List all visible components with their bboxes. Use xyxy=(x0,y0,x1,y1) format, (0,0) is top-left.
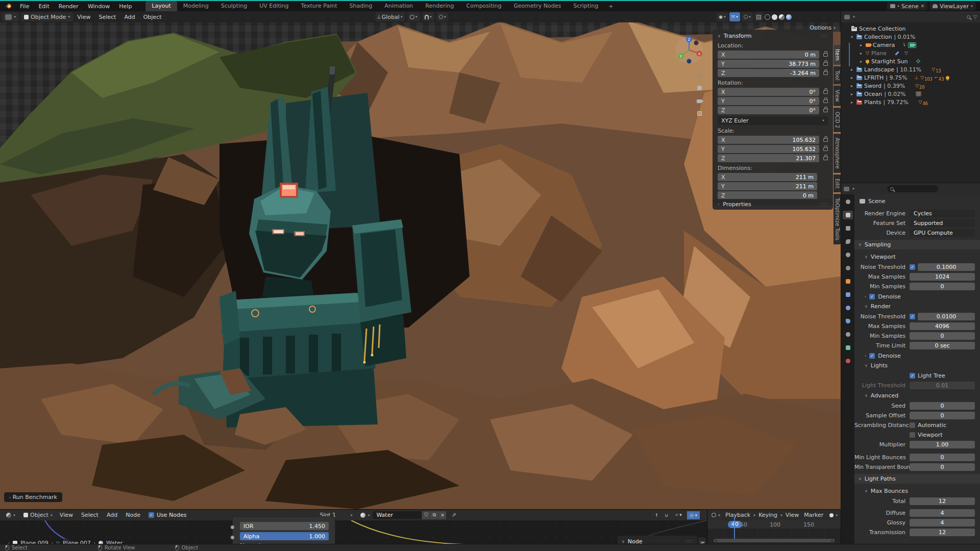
properties-collapsed-panel[interactable]: ›Properties:::: xyxy=(713,199,833,210)
menu-playback[interactable]: Playback xyxy=(723,512,752,518)
outliner-row-plane[interactable]: ▸▽ Plane ▽ xyxy=(844,49,980,57)
light-tree-checkbox[interactable] xyxy=(910,373,915,379)
location-y-field[interactable]: Y38.773 m xyxy=(718,60,819,68)
tab-object[interactable] xyxy=(843,277,853,286)
device-dropdown[interactable]: GPU Compute xyxy=(910,229,975,237)
auto-keyframe-button[interactable]: ▾ xyxy=(826,511,841,520)
tab-layout[interactable]: Layout xyxy=(145,1,177,11)
location-z-field[interactable]: Z-3.264 m xyxy=(718,69,819,77)
navigation-gizmo[interactable]: Z X Y xyxy=(674,35,704,65)
menu-marker[interactable]: Marker xyxy=(802,512,825,518)
playhead[interactable] xyxy=(734,518,735,539)
max-bounces-subsection-header[interactable]: ∨Max Bounces xyxy=(854,486,980,496)
max-samples-field[interactable]: 4096 xyxy=(910,322,975,330)
lock-icon[interactable] xyxy=(823,62,828,66)
outliner-row-collection[interactable]: ▾ Collection| 0.01% xyxy=(844,33,980,41)
time-limit-field[interactable]: 0 sec xyxy=(910,342,975,349)
tab-modeling[interactable]: Modeling xyxy=(177,1,215,11)
tab-physics[interactable] xyxy=(843,317,853,325)
tab-texture-paint[interactable]: Texture Paint xyxy=(295,1,344,11)
outliner-row-camera[interactable]: ▸ Camera ↴ xyxy=(844,41,980,49)
tab-material[interactable] xyxy=(843,357,853,365)
lock-icon[interactable] xyxy=(823,53,828,57)
tab-shading[interactable]: Shading xyxy=(344,1,379,11)
menu-node[interactable]: Node xyxy=(121,512,144,518)
node-canvas[interactable]: Color IOR1.450 Alpha1.000 Normal › Plane… xyxy=(0,520,707,544)
viewport-3d[interactable]: ▾ Object Mode▾ View Select Add Object ⟂ … xyxy=(0,11,841,509)
editor-type-button[interactable]: ▾ xyxy=(709,511,722,520)
rotation-z-field[interactable]: Z0° xyxy=(718,106,819,114)
principled-node-fragment[interactable]: IOR1.450 Alpha1.000 Normal xyxy=(232,516,335,544)
pin-icon[interactable]: ⇗ xyxy=(451,512,456,518)
diffuse-field[interactable]: 4 xyxy=(910,509,975,517)
drag-handle-icon[interactable]: :::: xyxy=(820,34,828,38)
rotation-mode-dropdown[interactable]: XYZ Euler▾ xyxy=(718,116,828,125)
path-object[interactable]: Plane.009 xyxy=(20,540,48,544)
snap-mode-dropdown[interactable]: ⌗ ▾ xyxy=(672,511,685,519)
close-icon[interactable]: ✕ xyxy=(921,4,925,9)
outliner-editor-icon[interactable] xyxy=(844,15,850,19)
noise-threshold-checkbox[interactable] xyxy=(910,314,915,319)
active-camera-badge[interactable] xyxy=(908,42,916,48)
shader-type-dropdown[interactable]: Object▾ xyxy=(20,511,56,520)
noise-threshold-field[interactable]: 0.0100 xyxy=(918,313,975,320)
ior-field[interactable]: IOR1.450 xyxy=(240,522,329,530)
tab-tool[interactable]: Tool xyxy=(834,66,841,84)
current-frame-badge[interactable]: 40 xyxy=(728,521,742,528)
outliner-row-starlight-sun[interactable]: ▸ Starlight Sun xyxy=(844,57,980,65)
unlink-icon[interactable]: ✕ xyxy=(438,511,446,519)
scene-selector[interactable]: ▾ Scene ✕ xyxy=(887,2,927,10)
sample-offset-field[interactable]: 0 xyxy=(910,412,975,419)
timeline-scrollbar[interactable] xyxy=(714,539,835,542)
total-field[interactable]: 12 xyxy=(910,497,975,505)
tab-constraints[interactable] xyxy=(843,330,853,339)
perspective-toggle[interactable] xyxy=(695,109,703,117)
overlay-toggle-dropdown[interactable]: ◎ ▾ xyxy=(687,511,700,519)
dimensions-z-field[interactable]: Z0 m xyxy=(718,191,817,199)
use-nodes-checkbox[interactable] xyxy=(149,512,154,518)
ior-socket[interactable] xyxy=(230,525,235,530)
tab-scripting[interactable]: Scripting xyxy=(567,1,604,11)
noise-threshold-field[interactable]: 0.1000 xyxy=(918,263,975,271)
mode-dropdown[interactable]: Object Mode▾ xyxy=(21,12,73,21)
parent-node-tree-icon[interactable]: ↑ xyxy=(652,511,660,519)
rotation-y-field[interactable]: Y0° xyxy=(718,97,819,105)
proportional-edit-toggle[interactable]: ▾ xyxy=(437,12,448,21)
tab-output[interactable] xyxy=(843,224,853,233)
dimensions-y-field[interactable]: Y211 m xyxy=(718,182,817,190)
scale-y-field[interactable]: Y105.632 xyxy=(718,145,819,153)
tab-world[interactable] xyxy=(843,264,853,272)
alpha-field-selected[interactable]: Alpha1.000 xyxy=(240,532,329,540)
tab-geometry-nodes[interactable]: Geometry Nodes xyxy=(507,1,567,11)
lock-icon[interactable] xyxy=(823,71,828,75)
menu-view[interactable]: View xyxy=(783,512,801,518)
properties-editor-icon[interactable] xyxy=(844,187,849,191)
tab-sculpting[interactable]: Sculpting xyxy=(215,1,253,11)
lock-icon[interactable] xyxy=(823,109,828,112)
menu-view[interactable]: View xyxy=(73,14,94,20)
tab-view[interactable]: View xyxy=(834,86,841,106)
snap-toggle[interactable]: ▾ xyxy=(423,12,434,21)
lock-icon[interactable] xyxy=(823,138,828,142)
tab-uv-editing[interactable]: UV Editing xyxy=(253,1,295,11)
shading-solid-button[interactable] xyxy=(772,14,777,20)
path-mesh[interactable]: Plane.007 xyxy=(63,540,91,544)
tab-compositing[interactable]: Compositing xyxy=(460,1,508,11)
viewport-subsection-header[interactable]: ∨Viewport xyxy=(854,252,980,262)
gizmos-toggle[interactable]: ⤧▾ xyxy=(729,12,740,21)
lock-icon[interactable] xyxy=(823,147,828,151)
automatic-checkbox[interactable] xyxy=(910,422,915,428)
tab-particles[interactable] xyxy=(843,304,853,312)
shading-rendered-button[interactable] xyxy=(786,14,792,20)
shading-material-button[interactable] xyxy=(779,14,785,20)
min-samples-field[interactable]: 0 xyxy=(910,332,975,340)
viewlayer-selector[interactable]: ViewLayer ▾ xyxy=(929,2,976,10)
snap-magnet-icon[interactable]: ∪ xyxy=(662,511,670,519)
menu-select[interactable]: Select xyxy=(77,512,103,518)
tab-object-data[interactable] xyxy=(843,343,853,352)
editor-type-button[interactable]: ▾ xyxy=(3,511,18,520)
outliner-row-lfrith[interactable]: ▸ LFRITH| 9.75% ⊥ ▽103 ⌐43 xyxy=(844,73,980,82)
menu-keying[interactable]: Keying xyxy=(756,512,779,518)
run-benchmark-panel[interactable]: › Run Benchmark xyxy=(4,492,62,502)
noise-threshold-checkbox[interactable] xyxy=(910,264,915,270)
